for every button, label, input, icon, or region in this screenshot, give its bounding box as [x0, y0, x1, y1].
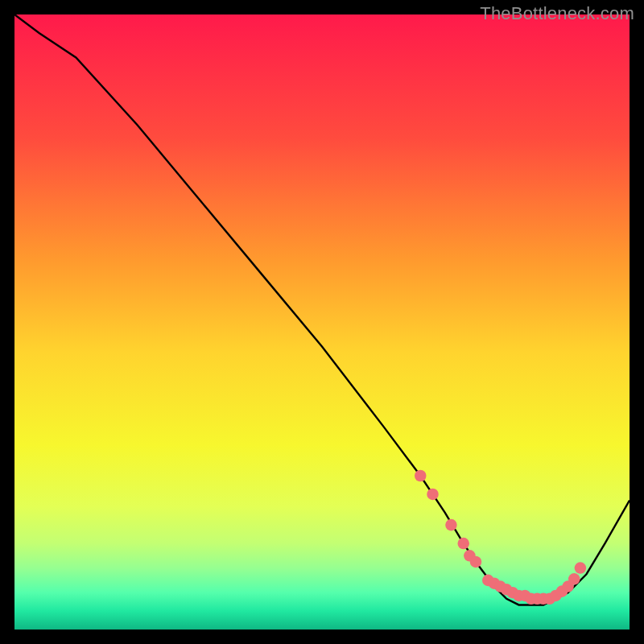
marker-point: [415, 470, 427, 482]
marker-point: [470, 556, 482, 568]
bottleneck-line: [14, 14, 630, 605]
marker-point: [427, 489, 439, 501]
chart-stage: TheBottleneck.com: [0, 0, 644, 644]
chart-curve: [14, 14, 630, 630]
plot-area: [14, 14, 630, 630]
marker-point: [568, 573, 580, 585]
marker-point: [457, 538, 469, 550]
marker-point: [575, 562, 587, 574]
watermark-text: TheBottleneck.com: [480, 3, 634, 24]
marker-point: [445, 519, 457, 531]
highlight-markers: [415, 470, 586, 605]
